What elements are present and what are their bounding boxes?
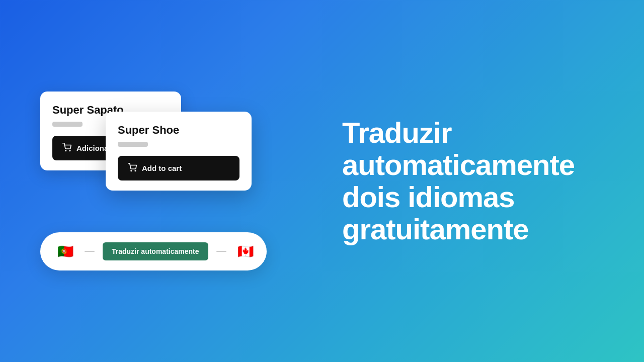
- svg-point-1: [69, 150, 70, 151]
- translation-pill: 🇵🇹 Traduzir automaticamente 🇨🇦: [40, 232, 267, 270]
- dash-line-left: [85, 251, 95, 252]
- cart-icon-en: [128, 163, 137, 173]
- headline-line3: dois idiomas: [342, 180, 515, 213]
- headline-line1: Traduzir: [342, 116, 452, 149]
- main-headline: Traduzir automaticamente dois idiomas gr…: [342, 117, 575, 245]
- flag-portugal: 🇵🇹: [54, 240, 76, 262]
- translate-btn-label: Traduzir automaticamente: [112, 247, 199, 255]
- cards-wrapper: Super Sapato Adicionar ao Super Shoe: [40, 92, 282, 202]
- cart-icon: [62, 143, 71, 153]
- card-english: Super Shoe Add to cart: [106, 112, 252, 191]
- svg-point-2: [131, 170, 132, 171]
- flag-canada: 🇨🇦: [234, 240, 257, 262]
- left-section: Super Sapato Adicionar ao Super Shoe: [0, 0, 322, 362]
- en-add-btn-label: Add to cart: [142, 164, 182, 172]
- right-section: Traduzir automaticamente dois idiomas gr…: [322, 0, 644, 362]
- headline-line2: automaticamente: [342, 148, 575, 181]
- headline-line4: gratuitamente: [342, 213, 529, 245]
- pt-placeholder-bar: [52, 122, 83, 127]
- svg-point-3: [135, 170, 136, 171]
- dash-line-right: [216, 251, 226, 252]
- svg-point-0: [65, 150, 66, 151]
- en-placeholder-bar: [118, 142, 148, 147]
- en-product-title: Super Shoe: [118, 124, 239, 137]
- en-add-to-cart-button[interactable]: Add to cart: [118, 156, 239, 180]
- auto-translate-button[interactable]: Traduzir automaticamente: [103, 242, 208, 260]
